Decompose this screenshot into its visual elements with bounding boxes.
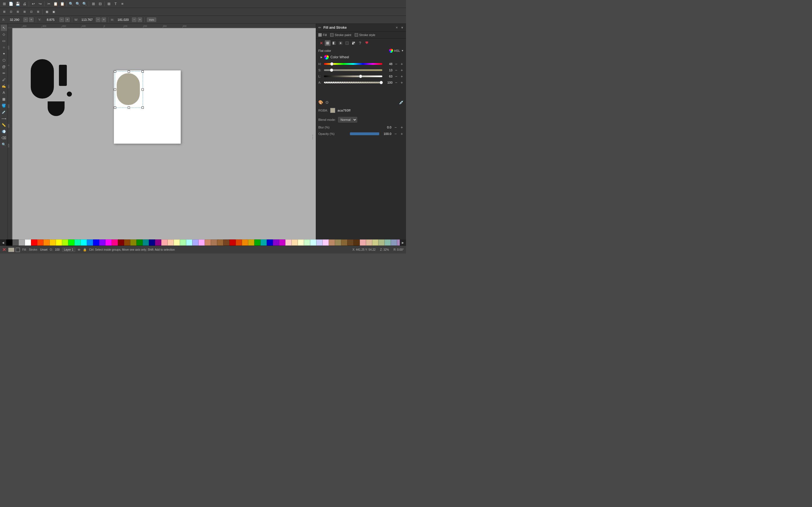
h-plus-btn[interactable]: +: [400, 62, 404, 66]
a-minus-btn[interactable]: −: [394, 80, 398, 84]
swatch-item[interactable]: [199, 239, 205, 245]
star-tool[interactable]: ✦: [1, 51, 7, 57]
s-minus-btn[interactable]: −: [394, 68, 398, 72]
zoom-tool[interactable]: 🔍: [1, 142, 7, 148]
circle-tool[interactable]: ○: [1, 44, 7, 50]
swatch-item[interactable]: [180, 239, 186, 245]
l-thumb[interactable]: [359, 75, 362, 78]
paste-btn[interactable]: 📋: [59, 1, 65, 7]
swatch-item[interactable]: [161, 239, 167, 245]
h-thumb[interactable]: [330, 62, 334, 66]
swatch-item[interactable]: [43, 239, 50, 245]
swatch-item[interactable]: [316, 239, 322, 245]
swatch-item[interactable]: [273, 239, 279, 245]
undo-btn[interactable]: ↩: [30, 1, 36, 7]
shape-tall-oval[interactable]: [31, 59, 54, 99]
x-plus[interactable]: +: [29, 17, 34, 22]
zoom-in-btn[interactable]: 🔍: [68, 1, 74, 7]
swatch-item[interactable]: [93, 239, 99, 245]
unit-selector[interactable]: mm: [147, 17, 156, 22]
xml-btn[interactable]: ≡: [119, 1, 125, 7]
swatch-item[interactable]: [81, 239, 87, 245]
swatch-item[interactable]: [322, 239, 329, 245]
linear-grad-btn[interactable]: [331, 40, 337, 46]
eyedropper-icon[interactable]: 💉: [399, 100, 404, 105]
text-tool[interactable]: A: [1, 90, 7, 96]
swatch-item[interactable]: [248, 239, 254, 245]
swatch-item[interactable]: [285, 239, 292, 245]
swatch-item[interactable]: [18, 239, 25, 245]
x-minus[interactable]: −: [23, 17, 28, 22]
swatch-item[interactable]: [186, 239, 192, 245]
a-plus-btn[interactable]: +: [400, 80, 404, 84]
text-btn[interactable]: T: [112, 1, 119, 7]
swatch-item[interactable]: [391, 239, 397, 245]
swatch-item[interactable]: [347, 239, 354, 245]
blend-mode-select[interactable]: Normal Multiply Screen: [338, 117, 357, 122]
swatch-item[interactable]: [267, 239, 273, 245]
connector-tool[interactable]: ⟶: [1, 115, 7, 122]
panel-toggle[interactable]: ⋮: [310, 133, 316, 141]
s-plus-btn[interactable]: +: [400, 68, 404, 72]
cut-btn[interactable]: ✂: [46, 1, 52, 7]
s-thumb[interactable]: [330, 68, 333, 72]
selected-shape[interactable]: [117, 73, 140, 105]
radial-grad-btn[interactable]: [338, 40, 343, 46]
swatch-item[interactable]: [354, 239, 360, 245]
h-plus[interactable]: +: [138, 17, 142, 22]
swatch-item[interactable]: [378, 239, 385, 245]
swatch-item[interactable]: [310, 239, 316, 245]
h-slider[interactable]: [324, 62, 382, 66]
distrib2-btn[interactable]: ▣: [50, 9, 57, 15]
swatch-item[interactable]: [50, 239, 56, 245]
link-icon[interactable]: ⊙: [325, 100, 329, 105]
unset-btn[interactable]: ?: [357, 40, 363, 46]
fill-tab[interactable]: Fill: [318, 33, 327, 37]
stroke-paint-tab[interactable]: Stroke paint: [330, 33, 351, 37]
swatch-item[interactable]: [205, 239, 211, 245]
swatch-item[interactable]: [31, 239, 37, 245]
save-btn[interactable]: 💾: [15, 1, 21, 7]
group-btn[interactable]: ⊞: [90, 1, 96, 7]
no-color-btn[interactable]: ✕: [318, 40, 324, 46]
spiral-tool[interactable]: @: [1, 64, 7, 70]
paint-tool[interactable]: 🪣: [1, 103, 7, 109]
swatch-item[interactable]: [292, 239, 298, 245]
align-center-btn[interactable]: ⊡: [8, 9, 14, 15]
swatch-item[interactable]: [360, 239, 366, 245]
swatch-item[interactable]: [366, 239, 372, 245]
swatch-item[interactable]: [56, 239, 62, 245]
pencil-tool[interactable]: ✏: [1, 70, 7, 76]
align-bot-btn[interactable]: ⊞: [35, 9, 41, 15]
swatch-item[interactable]: [192, 239, 199, 245]
opacity-slider[interactable]: [350, 131, 379, 136]
swatch-item[interactable]: [230, 239, 236, 245]
swatch-item[interactable]: [304, 239, 310, 245]
layer-lock-icon[interactable]: 🔒: [83, 248, 87, 251]
measure-tool[interactable]: 📏: [1, 122, 7, 128]
panel-close-btn[interactable]: ×: [396, 25, 398, 30]
canvas-area[interactable]: ⋮: [12, 28, 316, 245]
swatch-item[interactable]: [335, 239, 341, 245]
a-slider[interactable]: [324, 80, 382, 85]
copy-btn[interactable]: 📋: [52, 1, 59, 7]
swatch-item[interactable]: [341, 239, 347, 245]
zoom-fit-btn[interactable]: 🔍: [82, 1, 88, 7]
new-btn[interactable]: ⊞: [1, 1, 7, 7]
select-tool[interactable]: ↖: [1, 25, 7, 31]
y-minus[interactable]: −: [59, 17, 64, 22]
swatch-scroll-right[interactable]: ▶: [400, 239, 406, 245]
align-left-btn[interactable]: ⊞: [1, 9, 7, 15]
callig-tool[interactable]: ✍: [1, 83, 7, 89]
swatch-item[interactable]: [74, 239, 81, 245]
align-btn[interactable]: ⊠: [106, 1, 112, 7]
layer-selector[interactable]: Layer 1: [62, 247, 75, 252]
node-tool[interactable]: ◇: [1, 31, 7, 38]
swatch-item[interactable]: [143, 239, 149, 245]
spray-tool[interactable]: 💨: [1, 128, 7, 135]
swatch-item[interactable]: [155, 239, 161, 245]
blur-plus-btn[interactable]: +: [400, 125, 404, 129]
swatch-item[interactable]: [37, 239, 43, 245]
swatch-item[interactable]: [254, 239, 260, 245]
swatch-item[interactable]: [329, 239, 335, 245]
